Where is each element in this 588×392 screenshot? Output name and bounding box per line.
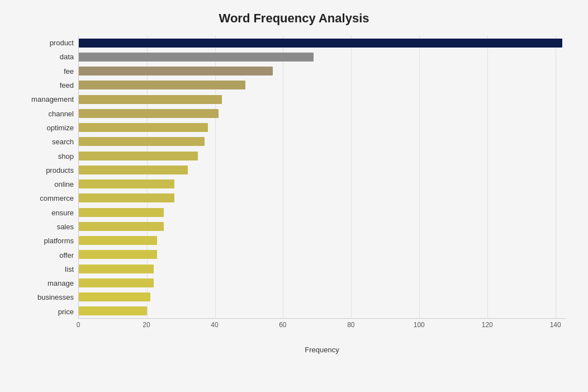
x-tick-0: 0: [77, 321, 80, 329]
bar-row-list: [79, 263, 566, 275]
y-label-ensure: ensure: [22, 206, 74, 219]
chart-container: Word Frequency Analysis productdatafeefe…: [0, 0, 588, 392]
bar-row-channel: [79, 107, 566, 120]
y-label-commerce: commerce: [22, 192, 74, 205]
bar-row-shop: [79, 150, 566, 162]
bar-row-sales: [79, 220, 566, 233]
bar-row-feed: [79, 79, 566, 91]
bar-feed: [79, 81, 245, 89]
bar-offer: [79, 250, 157, 259]
bar-row-commerce: [79, 192, 566, 204]
bar-products: [79, 166, 188, 174]
y-label-sales: sales: [22, 221, 74, 233]
y-label-price: price: [22, 305, 74, 318]
x-axis-title: Frequency: [78, 346, 566, 354]
x-tick-140: 140: [550, 321, 561, 329]
bar-row-data: [79, 51, 566, 63]
bar-row-manage: [79, 277, 566, 289]
bar-row-ensure: [79, 206, 566, 219]
y-label-channel: channel: [22, 107, 74, 120]
y-label-offer: offer: [22, 249, 74, 261]
bar-online: [79, 180, 174, 188]
bar-manage: [79, 278, 154, 287]
x-tick-20: 20: [143, 321, 150, 329]
x-tick-120: 120: [482, 321, 493, 329]
bar-row-online: [79, 178, 566, 190]
bar-row-search: [79, 135, 566, 148]
y-label-data: data: [22, 51, 74, 63]
bar-row-price: [79, 305, 566, 317]
bar-row-businesses: [79, 291, 566, 303]
bar-optimize: [79, 123, 208, 132]
bar-row-management: [79, 93, 566, 106]
plot-area: [78, 36, 566, 319]
bar-search: [79, 137, 205, 146]
y-label-optimize: optimize: [22, 121, 74, 134]
x-tick-40: 40: [211, 321, 218, 329]
x-tick-100: 100: [414, 321, 425, 329]
bar-list: [79, 265, 154, 273]
y-label-list: list: [22, 263, 74, 275]
y-label-manage: manage: [22, 277, 74, 290]
bar-row-offer: [79, 248, 566, 261]
y-axis: productdatafeefeedmanagementchanneloptim…: [22, 36, 78, 319]
y-label-product: product: [22, 37, 74, 49]
bar-row-platforms: [79, 234, 566, 247]
bar-row-optimize: [79, 121, 566, 134]
bar-row-products: [79, 164, 566, 176]
x-tick-80: 80: [347, 321, 354, 329]
y-label-search: search: [22, 136, 74, 148]
bar-row-product: [79, 37, 566, 49]
y-label-platforms: platforms: [22, 235, 74, 247]
bar-sales: [79, 222, 164, 231]
y-label-feed: feed: [22, 79, 74, 92]
chart-area: productdatafeefeedmanagementchanneloptim…: [22, 36, 566, 319]
bar-platforms: [79, 236, 157, 245]
y-label-online: online: [22, 178, 74, 191]
bar-channel: [79, 109, 219, 118]
bar-row-fee: [79, 65, 566, 77]
chart-title: Word Frequency Analysis: [22, 11, 566, 26]
y-label-fee: fee: [22, 65, 74, 77]
x-tick-60: 60: [279, 321, 286, 329]
bar-management: [79, 95, 222, 104]
bar-commerce: [79, 193, 174, 202]
bar-businesses: [79, 292, 150, 301]
bar-data: [79, 53, 314, 62]
bar-ensure: [79, 208, 164, 217]
bar-shop: [79, 152, 198, 160]
bar-price: [79, 306, 147, 315]
y-label-shop: shop: [22, 150, 74, 162]
y-label-businesses: businesses: [22, 291, 74, 304]
y-label-management: management: [22, 93, 74, 106]
bar-product: [79, 39, 562, 48]
y-label-products: products: [22, 164, 74, 176]
bar-fee: [79, 67, 273, 75]
x-axis: 020406080100120140: [78, 319, 566, 341]
